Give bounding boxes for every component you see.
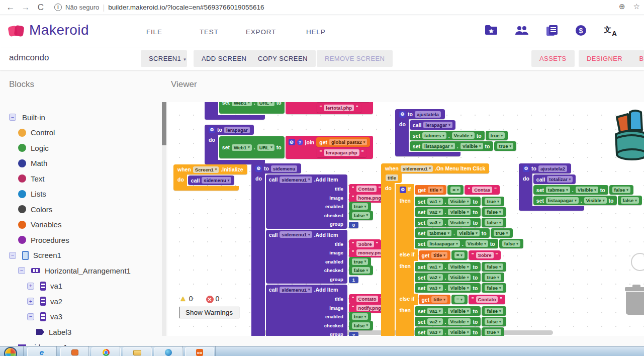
statement-block[interactable]: setlistaapagar▾.Visible▾to: [410, 141, 493, 151]
projects-folder-icon[interactable]: [485, 25, 498, 37]
dropdown-field[interactable]: totalizar▾: [547, 176, 573, 183]
dropdown-field[interactable]: false▾: [502, 240, 520, 247]
statement-block[interactable]: setlistaapagar▾.Visible▾to: [415, 239, 498, 248]
dropdown-field[interactable]: listaapagar▾: [422, 143, 455, 149]
backpack-icon[interactable]: [613, 108, 644, 163]
zoom-page-icon[interactable]: ⊕: [619, 2, 625, 11]
dropdown-field[interactable]: true▾: [489, 132, 505, 139]
documentation-icon[interactable]: [546, 25, 558, 37]
menu-test[interactable]: TEST: [200, 28, 219, 36]
dropdown-field[interactable]: listaapagar▾: [427, 240, 460, 247]
dropdown-field[interactable]: lerapagar▾: [423, 122, 452, 128]
designer-button[interactable]: DESIGNER: [579, 50, 630, 67]
dropdown-field[interactable]: Screen1▾: [193, 166, 219, 173]
parameter-field[interactable]: title: [386, 174, 398, 181]
text-block[interactable]: "Contato": [349, 294, 386, 304]
statement-block[interactable]: settabmes▾.Visible▾to: [533, 185, 608, 195]
dropdown-field[interactable]: Visible▾: [584, 197, 607, 204]
dropdown-field[interactable]: false▾: [621, 197, 639, 204]
collapse-icon[interactable]: −: [9, 114, 16, 121]
number-block[interactable]: 1: [349, 277, 358, 283]
text-block[interactable]: "lertotal.php": [317, 103, 361, 113]
tree-item-logic[interactable]: Logic: [0, 140, 161, 156]
start-button[interactable]: [4, 347, 17, 356]
tree-item-math[interactable]: Math: [0, 156, 161, 171]
dropdown-field[interactable]: Visible▾: [448, 318, 471, 325]
menu-file[interactable]: FILE: [146, 28, 162, 36]
if-block[interactable]: ⚙ ifgettitle▾=▾"Contas"thensetva1▾.Visib…: [396, 184, 523, 336]
dropdown-field[interactable]: false▾: [485, 209, 503, 215]
dropdown-field[interactable]: title▾: [431, 252, 447, 258]
boolean-block[interactable]: true▾: [482, 273, 504, 282]
brand-name[interactable]: Makeroid: [29, 22, 89, 38]
statement-block[interactable]: calllerapagar▾: [410, 120, 455, 130]
text-block[interactable]: "Contas": [349, 184, 384, 194]
dropdown-field[interactable]: Visible▾: [461, 143, 483, 149]
tree-item-va3[interactable]: −va3: [0, 309, 161, 325]
statement-block[interactable]: setva3▾.Visible▾to: [415, 327, 481, 336]
screen-selector[interactable]: SCREEN1▾: [141, 50, 187, 67]
name-field[interactable]: sidemenu: [271, 165, 297, 172]
get-variable-block[interactable]: gettitle▾: [415, 185, 446, 195]
dropdown-field[interactable]: true▾: [485, 198, 501, 205]
boolean-block[interactable]: true▾: [482, 197, 504, 206]
dropdown-field[interactable]: Visible▾: [448, 209, 471, 215]
text-block[interactable]: "Contato": [469, 295, 505, 304]
boolean-block[interactable]: true▾: [349, 202, 371, 211]
dropdown-field[interactable]: sidemenu1▾: [280, 176, 312, 183]
help-icon[interactable]: ?: [297, 139, 303, 145]
dropdown-field[interactable]: va1▾: [427, 263, 442, 270]
dropdown-field[interactable]: Visible▾: [452, 132, 475, 139]
taskbar-item-file-explorer[interactable]: [123, 347, 152, 356]
text-field[interactable]: lerapagar.php: [324, 149, 359, 156]
dropdown-field[interactable]: va1▾: [427, 308, 442, 314]
taskbar-item-chrome[interactable]: [91, 347, 121, 356]
show-warnings-button[interactable]: Show Warnings: [179, 307, 239, 318]
text-field[interactable]: home.png: [356, 195, 383, 201]
block-group-web-lertotal[interactable]: ⚙tolertotaldosetWeb1▾.URL▾to⚙?joingetglo…: [205, 102, 373, 120]
dropdown-field[interactable]: Visible▾: [457, 230, 480, 236]
name-field[interactable]: lerapagar: [224, 127, 250, 133]
statement-block[interactable]: setWeb1▾.URL▾to: [219, 136, 285, 158]
text-field[interactable]: Sobre: [476, 252, 494, 258]
statement-block[interactable]: setva1▾.Visible▾to: [415, 306, 481, 316]
dropdown-field[interactable]: title▾: [431, 296, 447, 303]
expand-icon[interactable]: +: [27, 298, 34, 305]
assets-button[interactable]: ASSETS: [531, 50, 575, 67]
tree-item-va2[interactable]: +va2: [0, 294, 161, 309]
boolean-block[interactable]: false▾: [609, 185, 633, 195]
address-bar[interactable]: i Não seguro | builder.makeroid.io/?loca…: [54, 3, 264, 12]
blocks-workspace[interactable]: ▲ 0 ✕ 0 Show Warnings ⚙tolertotaldosetWe…: [167, 102, 644, 336]
boolean-block[interactable]: true▾: [349, 257, 371, 266]
statement-block[interactable]: setva1▾.Visible▾to: [415, 262, 481, 272]
tree-item-horizontal_arrangement1[interactable]: −Horizontal_Arrangement1: [0, 263, 161, 279]
tree-item-procedures[interactable]: Procedures: [0, 232, 161, 248]
dropdown-field[interactable]: false▾: [612, 187, 630, 193]
dropdown-field[interactable]: title▾: [428, 187, 443, 193]
statement-block[interactable]: settabmes▾.Visible▾to: [410, 131, 485, 140]
text-block[interactable]: "Sobre": [349, 239, 381, 249]
number-block[interactable]: 2: [349, 332, 358, 336]
name-field[interactable]: ajustatela: [415, 111, 441, 118]
dropdown-field[interactable]: tabmes▾: [422, 132, 446, 139]
get-variable-block[interactable]: gettitle▾: [419, 250, 450, 260]
statement-block[interactable]: setWeb1▾.URL▾to: [219, 102, 285, 114]
trashcan-icon[interactable]: [624, 287, 644, 315]
taskbar-item-internet-explorer[interactable]: e: [27, 347, 56, 356]
dropdown-field[interactable]: Visible▾: [448, 329, 471, 335]
text-block[interactable]: "Sobre": [469, 250, 501, 260]
menu-export[interactable]: EXPORT: [246, 28, 276, 36]
text-field[interactable]: Contas: [356, 186, 377, 192]
mutator-gear-icon[interactable]: ⚙: [255, 165, 262, 172]
text-field[interactable]: Contas: [472, 187, 492, 193]
dropdown-field[interactable]: Visible▾: [448, 219, 471, 226]
block-group-screen1-init[interactable]: whenScreen1▾.Initializedocallsidemenu▾: [173, 164, 247, 191]
get-variable-block[interactable]: gettitle▾: [419, 295, 450, 304]
dropdown-field[interactable]: Visible▾: [448, 285, 471, 291]
block-group-ajustatela[interactable]: ⚙toajustateladocalllerapagar▾settabmes▾.…: [395, 109, 516, 156]
boolean-block[interactable]: true▾: [494, 141, 516, 151]
dropdown-field[interactable]: URL▾: [257, 144, 274, 151]
boolean-block[interactable]: false▾: [349, 321, 373, 330]
boolean-block[interactable]: false▾: [349, 265, 373, 275]
dropdown-field[interactable]: sidemenu1▾: [401, 165, 433, 172]
